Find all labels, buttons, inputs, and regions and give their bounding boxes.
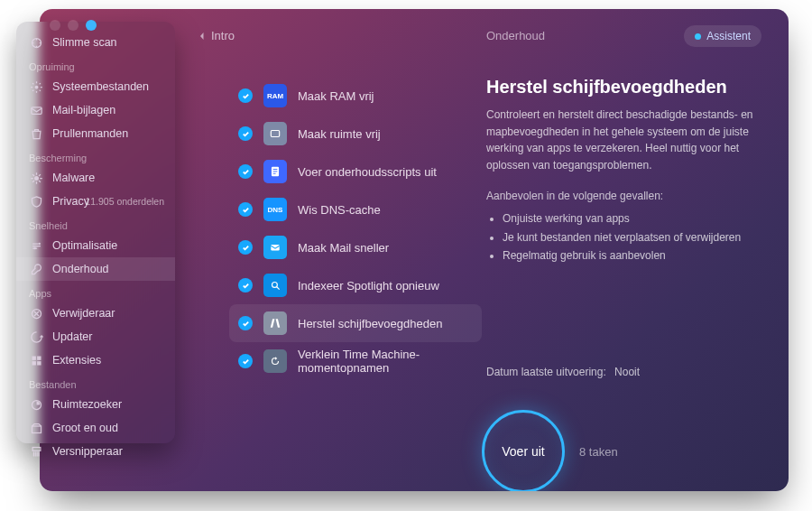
sidebar-item-icon [29,421,43,435]
recommend-label: Aanbevolen in de volgende gevallen: [486,190,761,202]
svg-point-12 [33,246,36,249]
task-count: 8 taken [579,445,618,459]
task-row[interactable]: Herstel schijfbevoegdheden [229,304,482,342]
sidebar-item-label: Onderhoud [52,263,109,275]
svg-point-10 [34,176,39,181]
svg-point-11 [38,242,41,245]
sidebar-item-label: Malware [52,172,95,184]
task-label: Indexeer Spotlight opnieuw [298,279,439,293]
sidebar-item-label: Groot en oud [52,422,118,434]
assistant-label: Assistent [706,30,751,42]
sidebar-item[interactable]: Extensies [16,348,175,372]
sidebar-item-icon [29,444,43,459]
task-label: Herstel schijfbevoegdheden [298,317,442,330]
task-icon [263,122,287,145]
sidebar-item-label: Mail-bijlagen [52,104,115,116]
task-checkbox[interactable] [238,202,253,217]
chevron-left-icon [198,32,207,41]
task-checkbox[interactable] [238,126,253,141]
sidebar-item-icon [29,194,43,209]
back-label: Intro [211,29,235,42]
svg-rect-0 [271,131,279,137]
task-label: Maak RAM vrij [298,89,374,103]
sidebar-item-label: Systeembestanden [52,80,149,93]
traffic-dot[interactable] [68,20,78,31]
task-row[interactable]: Verklein Time Machine-momentopnamen [229,342,482,380]
task-row[interactable]: Indexeer Spotlight opnieuw [229,266,482,304]
task-label: Voer onderhoudsscripts uit [298,165,437,179]
sidebar-item[interactable]: Malware [16,166,175,190]
sidebar-item-label: Updater [52,330,92,343]
sidebar-item[interactable]: Updater [16,325,175,348]
task-checkbox[interactable] [238,354,253,368]
window-traffic-lights [50,20,97,31]
sidebar-item-icon [29,79,43,94]
sidebar-section-title: Snelheid [16,213,175,234]
sidebar-item[interactable]: Groot en oud [16,416,175,440]
sidebar-item[interactable]: Versnipperaar [16,440,175,463]
svg-point-8 [34,85,38,88]
assistant-dot-icon [695,33,701,40]
sidebar-item[interactable]: Prullenmanden [16,122,175,145]
sidebar-item-count: 11.905 onderdelen [85,196,164,207]
svg-rect-16 [32,361,35,365]
sidebar-item-icon [29,262,43,276]
sidebar-item[interactable]: Privacy11.905 onderdelen [16,190,175,213]
task-checkbox[interactable] [238,164,253,179]
task-list: RAMMaak RAM vrijMaak ruimte vrijVoer ond… [229,77,482,380]
task-row[interactable]: RAMMaak RAM vrij [229,77,482,115]
sidebar-item[interactable]: Mail-bijlagen [16,98,175,122]
sidebar-item[interactable]: Slimme scan [16,31,175,54]
sidebar-item[interactable]: Systeembestanden [16,75,175,98]
task-checkbox[interactable] [238,88,253,103]
svg-rect-17 [37,361,41,365]
traffic-dot[interactable] [50,20,60,31]
last-run-label: Datum laatste uitvoering: [486,366,606,378]
task-checkbox[interactable] [238,316,253,330]
sidebar-item-label: Extensies [52,354,101,367]
run-button[interactable]: Voer uit [482,410,565,491]
recommend-item: Regelmatig gebruik is aanbevolen [503,246,761,265]
sidebar-item-icon [29,397,43,412]
task-icon: RAM [263,84,287,107]
sidebar-item-icon [29,171,43,185]
sidebar-item-icon [29,306,43,321]
traffic-dot[interactable] [86,20,97,31]
sidebar-item-label: Verwijderaar [52,307,115,320]
task-row[interactable]: DNSWis DNS-cache [229,190,482,228]
sidebar-section-title: Apps [16,281,175,302]
task-label: Verklein Time Machine-momentopnamen [298,348,473,375]
sidebar-item-label: Privacy [52,195,89,208]
sidebar-item-label: Ruimtezoeker [52,398,122,411]
sidebar-item[interactable]: Onderhoud [16,257,175,281]
svg-rect-3 [273,171,278,172]
svg-rect-5 [271,245,279,250]
sidebar-item[interactable]: Ruimtezoeker [16,393,175,416]
task-label: Maak Mail sneller [298,241,389,255]
sidebar: Slimme scanOpruimingSysteembestandenMail… [16,22,175,443]
detail-title: Herstel schijfbevoegdheden [486,77,761,98]
task-icon [263,274,287,297]
task-icon [263,349,287,373]
svg-rect-15 [37,356,41,359]
sidebar-item-label: Optimalisatie [52,239,117,252]
smart-scan-icon [29,35,43,50]
sidebar-item-icon [29,353,43,367]
task-row[interactable]: Maak ruimte vrij [229,115,482,153]
task-checkbox[interactable] [238,240,253,255]
task-row[interactable]: Voer onderhoudsscripts uit [229,153,482,190]
assistant-button[interactable]: Assistent [684,25,761,47]
run-button-label: Voer uit [502,444,544,459]
task-label: Maak ruimte vrij [298,127,381,141]
last-run: Datum laatste uitvoering: Nooit [486,366,640,378]
sidebar-item[interactable]: Verwijderaar [16,302,175,325]
task-icon [263,236,287,259]
sidebar-item[interactable]: Optimalisatie [16,234,175,257]
task-checkbox[interactable] [238,278,253,293]
back-button[interactable]: Intro [198,29,235,42]
task-icon [263,311,287,335]
task-label: Wis DNS-cache [298,203,381,217]
task-row[interactable]: Maak Mail sneller [229,228,482,266]
sidebar-section-title: Bescherming [16,145,175,166]
sidebar-section-title: Opruiming [16,54,175,75]
